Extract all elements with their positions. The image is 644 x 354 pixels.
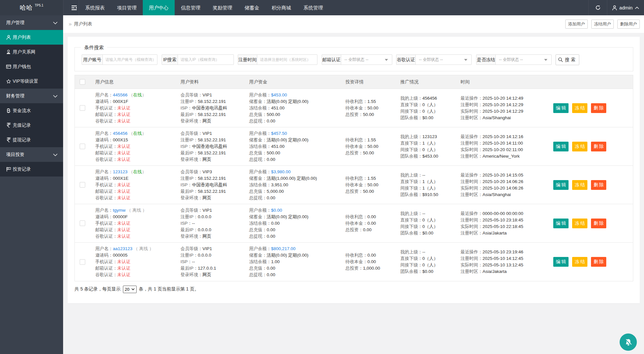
row-checkbox[interactable] [80,182,85,188]
username-link[interactable]: tgymw [113,208,126,213]
email-auth-status: 未认证 [117,227,131,232]
sidebar-item-1-3[interactable]: 用户钱包 [0,59,63,74]
login-env: 网页 [203,157,211,162]
last-operation-time: 2025-10-20 14:15:05 [483,173,523,177]
add-user-button[interactable]: 添加用户 [565,20,588,29]
field-label: 储蓄金： [249,176,267,181]
user-menu[interactable]: admin [607,0,644,15]
topnav-item-2[interactable]: 项目管理 [111,0,143,15]
sidebar-item-1-2[interactable]: 用户关系网 [0,45,63,59]
field-label: 实际时间： [461,224,483,229]
edit-button[interactable]: 编辑 [553,219,569,228]
field-label: 注册时间： [461,179,483,184]
field-line: 注册时间：2025-10-20 14:06:26 [461,178,550,185]
edit-button[interactable]: 编辑 [553,257,569,267]
field-label: 实际时间： [461,147,483,152]
edit-button[interactable]: 编辑 [553,103,569,113]
topnav-item-6[interactable]: 储蓄金 [238,0,265,15]
field-label: 最近操作： [461,211,483,216]
freeze-button[interactable]: 冻结 [572,219,587,228]
direct-subordinates: 0（人） [423,102,438,107]
sidebar-item-label: VIP等级设置 [13,78,38,84]
freeze-button[interactable]: 冻结 [572,142,587,151]
hamburger-menu-icon[interactable] [69,0,79,15]
field-label: 最后IP： [181,112,198,117]
field-label: 邮箱认证： [95,189,117,194]
field-line: 总投资：1,000.00 [345,265,400,272]
field-line: 邮箱认证：未认证 [95,265,181,272]
table-header-checkbox-cell [75,79,95,85]
delete-button[interactable]: 删除 [591,257,606,267]
search-select-6[interactable]: -- 全部状态 -- [495,54,552,65]
search-button[interactable]: 搜索 [556,54,579,65]
logo[interactable]: 哈哈 TP5.1 [0,0,63,15]
sidebar-item-1-1[interactable]: 用户列表 [0,30,63,45]
breadcrumb: » 用户列表 [69,15,92,33]
select-all-checkbox[interactable] [80,79,85,85]
balance: $800,217.00 [271,246,296,251]
cell-user-funds: 用户余额：$453.00储蓄金：活期(0.00) 定期(0.00)冻结余额：45… [249,89,345,127]
sidebar-group-1[interactable]: 用户管理 [0,15,63,30]
topnav-item-3[interactable]: 用户中心 [143,0,175,15]
freeze-user-button[interactable]: 冻结用户 [591,20,614,29]
search-field-label-1: 用户账号 [82,54,103,65]
freeze-button[interactable]: 冻结 [572,257,587,267]
username-link[interactable]: 445566 [113,92,127,97]
row-checkbox[interactable] [80,144,85,149]
field-line: 用户名：tgymw （ 离线 ） [95,207,181,214]
search-input-2[interactable] [178,54,234,65]
row-checkbox[interactable] [80,259,85,265]
field-label: 最后IP： [181,227,198,232]
savings: 活期(0.00) 定期(0.00) [267,137,308,142]
topnav-item-5[interactable]: 奖励管理 [207,0,238,15]
delete-user-button[interactable]: 删除用户 [617,20,640,29]
sidebar-item-2-1[interactable]: 资金流水 [0,103,63,118]
chevron-down-icon [53,152,58,157]
delete-button[interactable]: 删除 [591,180,606,190]
notification-toggle-button[interactable] [620,333,637,351]
field-line: 邮箱认证：未认证 [95,188,181,195]
field-line: 最后IP：58.152.22.191 [181,111,249,118]
search-input-3[interactable] [257,54,317,65]
topnav-item-7[interactable]: 积分商城 [265,0,297,15]
delete-button[interactable]: 删除 [591,142,606,151]
refresh-button[interactable] [589,0,607,15]
search-select-5[interactable]: -- 全部状态 -- [415,54,472,65]
sidebar-item-2-2[interactable]: 充值记录 [0,118,63,133]
username-link[interactable]: 123123 [113,169,127,174]
row-checkbox[interactable] [80,105,85,111]
sidebar-group-2[interactable]: 财务管理 [0,89,63,103]
sidebar-item-2-3[interactable]: 提现记录 [0,133,63,147]
field-line: 谷歌认证：未认证 [95,195,181,201]
username-link[interactable]: aa123123 [113,246,132,251]
sidebar-group-3[interactable]: 项目投资 [0,147,63,162]
topnav-item-8[interactable]: 系统管理 [297,0,329,15]
topnav-item-4[interactable]: 信息管理 [175,0,207,15]
field-line: 团队余额：$0.00 [400,230,461,236]
delete-button[interactable]: 删除 [591,103,606,113]
edit-button[interactable]: 编辑 [553,180,569,190]
row-checkbox[interactable] [80,220,85,226]
sidebar-item-label: 资金流水 [13,108,31,114]
real-time: 2025-10-20 14:06:26 [483,186,523,191]
username-link[interactable]: 456456 [113,131,127,136]
field-line: 直接下级：0（人） [400,102,461,108]
field-label: 用户余额： [249,208,271,213]
field-label: 用户名： [95,169,113,174]
search-select-4[interactable]: -- 全部状态 -- [341,54,392,65]
freeze-button[interactable]: 冻结 [572,103,587,113]
column-header-3: 用户资金 [249,79,345,85]
search-fieldset: 条件搜索 用户账号IP搜索注册时间邮箱认证-- 全部状态 --谷歌认证-- 全部… [74,47,633,71]
search-input-1[interactable] [102,54,157,65]
topnav-item-1[interactable]: 系统报表 [79,0,111,15]
edit-button[interactable]: 编辑 [553,142,569,151]
field-label: 登录环境： [181,157,203,162]
sidebar-item-1-4[interactable]: VIP等级设置 [0,74,63,89]
sidebar: 用户管理用户列表用户关系网用户钱包VIP等级设置财务管理资金流水充值记录提现记录… [0,15,63,354]
page-size-select[interactable]: 20 [123,286,137,293]
delete-button[interactable]: 删除 [591,219,606,228]
field-line: 谷歌认证：未认证 [95,233,181,240]
freeze-button[interactable]: 冻结 [572,180,587,190]
field-line: 总充值：500.00 [249,111,345,118]
sidebar-item-3-1[interactable]: 投资记录 [0,162,63,177]
